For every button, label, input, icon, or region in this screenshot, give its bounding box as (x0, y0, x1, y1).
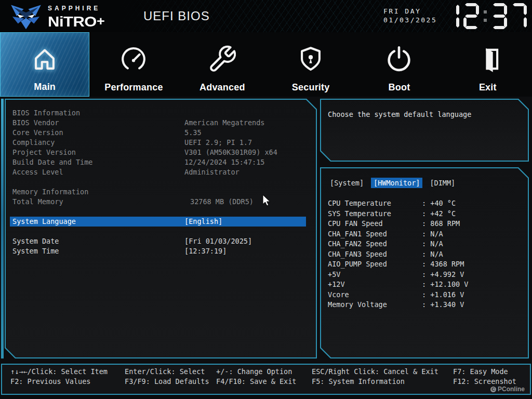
hotkey-row-2: F2: Previous ValuesF3/F9: Load DefaultsF… (10, 377, 526, 385)
main-panel: BIOS InformationBIOS VendorAmerican Mega… (5, 99, 317, 358)
system-date-option[interactable]: System Date[Fri 01/03/2025] (6, 236, 316, 246)
tab-advanced[interactable]: Advanced (178, 32, 267, 97)
tab-exit[interactable]: Exit (444, 32, 532, 97)
sensor-row-memory-voltage: Memory Voltage: +1.340 V (321, 300, 528, 310)
monitor-tabs: [System][HWMonitor][DIMM] (327, 178, 528, 188)
sensor-colon: : (422, 240, 430, 248)
monitor-tab-dimm[interactable]: [DIMM] (427, 178, 458, 188)
compliancy: CompliancyUEFI 2.9; PI 1.7 (6, 138, 316, 148)
tab-boot[interactable]: Boot (355, 32, 443, 97)
total-memory: Total Memory32768 MB (DDR5) (6, 197, 316, 207)
sensor-colon: : (422, 219, 430, 228)
pconline-logo-icon: C (490, 387, 496, 392)
tab-performance[interactable]: Performance (89, 32, 178, 97)
bios-vendor: BIOS VendorAmerican Megatrends (6, 118, 316, 128)
footer-hint: Enter/Click: Select (125, 367, 216, 376)
row-value: UEFI 2.9; PI 1.7 (184, 138, 252, 148)
brand-nitro: NiTRO+ (48, 14, 104, 30)
row-value: 32768 MB (DDR5) (190, 197, 254, 207)
row-label: System Time (12, 247, 59, 255)
sensor-label: Vcore (328, 290, 422, 300)
spacer-row (6, 177, 316, 187)
help-panel: Choose the system default language (320, 99, 529, 162)
tab-label: Security (292, 82, 330, 93)
page-title: UEFI BIOS (143, 9, 210, 23)
header-clock (444, 3, 527, 29)
sensor-row-cpu-temperature: CPU Temperature: +40 °C (321, 198, 528, 209)
hotkey-row-1: ↑↓→←/Click: Select ItemEnter/Click: Sele… (10, 367, 526, 376)
sensor-value: 868 RPM (430, 219, 460, 228)
sensor-row-vcore: Vcore: +1.016 V (321, 290, 528, 300)
shield-icon (296, 44, 326, 74)
sensor-colon: : (422, 270, 430, 278)
system-time-option[interactable]: System Time[12:37:19] (6, 246, 316, 256)
spacer-row (6, 207, 316, 217)
main-panel-accent (1, 99, 4, 358)
sensor-label: +5V (328, 270, 422, 280)
footer-hint: F2: Previous Values (10, 377, 125, 385)
sensor-value: +1.016 V (430, 290, 464, 299)
sensor-colon: : (422, 209, 430, 218)
row-label: Access Level (12, 168, 63, 176)
row-value: American Megatrends (184, 118, 264, 128)
system-language-option[interactable]: System Language[English] (6, 217, 316, 227)
row-value: [Fri 01/03/2025] (184, 236, 252, 246)
footer-hint: +/-: Change Option (216, 367, 312, 376)
clock-digit (491, 3, 507, 29)
monitor-tab-hwmonitor[interactable]: [HWMonitor] (371, 178, 422, 188)
header: SAPPHIRE NiTRO+ UEFI BIOS FRI DAY01/03/2… (0, 0, 532, 32)
sensor-label: CPU FAN Speed (328, 219, 422, 229)
sensor-colon: : (422, 230, 430, 238)
clock-digit (463, 3, 479, 29)
sensor-colon: : (422, 280, 430, 288)
header-date: FRI DAY01/03/2025 (383, 7, 437, 24)
nav-tabs: MainPerformanceAdvancedSecurityBootExit (0, 32, 532, 97)
row-label: BIOS Vendor (12, 118, 59, 127)
clock-digit (511, 3, 527, 29)
tab-label: Exit (479, 82, 497, 93)
row-label: BIOS Information (12, 109, 80, 117)
door-icon (473, 44, 503, 74)
sensor-label: CPU Temperature (328, 198, 422, 209)
sensor-value: +12.100 V (430, 280, 468, 288)
tab-security[interactable]: Security (267, 32, 355, 97)
clock-colon (483, 3, 487, 29)
sensor-label: CHA_FAN2 Speed (328, 239, 422, 249)
brand-block: SAPPHIRE NiTRO+ (48, 4, 104, 32)
tab-main[interactable]: Main (0, 32, 89, 97)
row-value: [English] (184, 217, 222, 227)
sapphire-logo-icon (8, 3, 44, 31)
tab-label: Performance (104, 82, 163, 93)
monitor-tab-system[interactable]: [System] (327, 178, 366, 188)
sensor-label: Memory Voltage (328, 300, 422, 310)
sensor-row-12v: +12V: +12.100 V (321, 280, 528, 290)
sensor-row-cha-fan2-speed: CHA_FAN2 Speed: N/A (321, 239, 528, 249)
row-value: [12:37:19] (184, 246, 227, 256)
sensor-value: N/A (430, 250, 443, 258)
help-text: Choose the system default language (328, 110, 528, 118)
footer-hint: ESC/Right Click: Cancel & Exit (312, 367, 453, 376)
sensor-label: AIO_PUMP Speed (328, 259, 422, 270)
sensor-row-cha-fan1-speed: CHA_FAN1 Speed: N/A (321, 229, 528, 240)
tab-label: Boot (389, 82, 410, 93)
watermark-label: PConline (498, 385, 525, 393)
row-label: Total Memory (12, 197, 63, 206)
sensor-value: N/A (430, 240, 443, 248)
sensor-row-aio-pump-speed: AIO_PUMP Speed: 4368 RPM (321, 259, 528, 270)
wrench-icon (207, 44, 237, 74)
row-value: V301 (AM50K301R09) x64 (184, 148, 277, 157)
brand-plus: + (97, 14, 104, 28)
sensor-value: +1.340 V (430, 300, 464, 309)
core-version: Core Version5.35 (6, 128, 316, 138)
brand-sapphire: SAPPHIRE (48, 5, 100, 12)
sensor-label: SYS Temperature (328, 209, 422, 219)
row-label: Build Date and Time (12, 158, 92, 166)
monitor-rows: CPU Temperature: +40 °CSYS Temperature: … (321, 198, 528, 310)
access-level: Access LevelAdministrator (6, 167, 316, 177)
footer-hint: F3/F9: Load Defaults (125, 377, 216, 385)
section-heading-memory-information: Memory Information (6, 187, 316, 197)
bottom-strip (0, 395, 532, 399)
row-label: Project Version (12, 148, 76, 156)
sensor-label: CHA_FAN3 Speed (328, 249, 422, 260)
sensor-colon: : (422, 250, 430, 258)
